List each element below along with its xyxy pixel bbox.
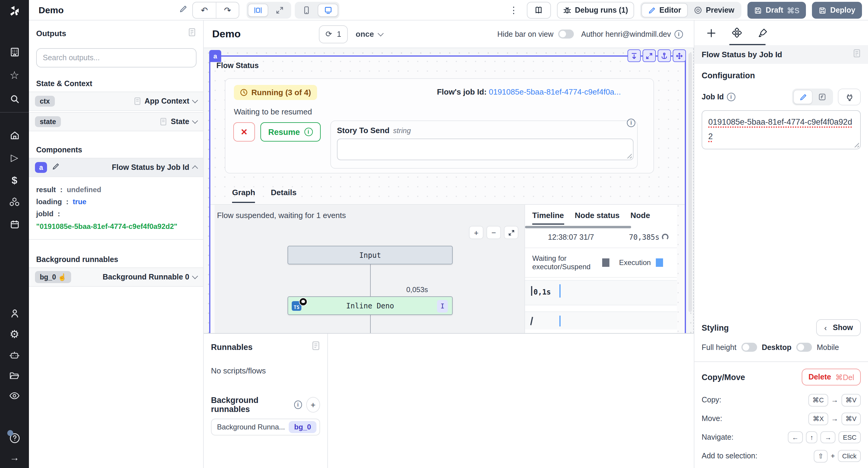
- kbd-arrow-up: ↑: [806, 431, 818, 443]
- centered-layout-button[interactable]: [248, 4, 268, 17]
- component-edit-pencil-icon[interactable]: [52, 163, 60, 172]
- docs-book-button[interactable]: [527, 2, 551, 19]
- mobile-view-button[interactable]: [296, 4, 316, 17]
- windmill-logo-icon[interactable]: [8, 5, 21, 19]
- rename-pencil-icon[interactable]: [179, 5, 187, 16]
- graph-zoom-in-button[interactable]: +: [469, 226, 484, 239]
- component-id-tag[interactable]: a: [209, 50, 221, 62]
- anchor-icon[interactable]: [658, 49, 671, 62]
- runs-play-icon[interactable]: ▷: [0, 153, 29, 163]
- timeline-panel: Timeline Node status Node 12:38:07 31/7 …: [524, 205, 677, 334]
- expand-icon[interactable]: [643, 49, 656, 62]
- folders-icon[interactable]: [0, 371, 29, 381]
- runnables-doc-icon[interactable]: [312, 341, 320, 353]
- graph-fullscreen-button[interactable]: [504, 226, 518, 239]
- resize-handle-icon[interactable]: [627, 154, 632, 158]
- tab-details[interactable]: Details: [271, 188, 297, 203]
- settings-gear-icon[interactable]: ⚙: [0, 329, 29, 340]
- runnables-title: Runnables: [211, 342, 253, 352]
- outputs-doc-icon[interactable]: [188, 28, 196, 38]
- styling-brush-tab[interactable]: [758, 28, 768, 38]
- add-bg-runnable-button[interactable]: +: [306, 397, 320, 412]
- canvas-scrollbar[interactable]: [688, 53, 692, 312]
- full-height-toggle[interactable]: [741, 343, 757, 352]
- chevron-left-icon: ‹: [824, 323, 827, 332]
- help-icon[interactable]: [0, 432, 29, 446]
- story-textarea[interactable]: [337, 138, 633, 160]
- tab-timeline[interactable]: Timeline: [532, 211, 564, 225]
- static-input-pencil-icon[interactable]: [793, 90, 812, 104]
- tabs-scrollbar[interactable]: [525, 226, 631, 228]
- job-id-textarea[interactable]: 0191085e-5baa-81ef-4774-c9ef4f0a92d2: [702, 110, 861, 149]
- refresh-control[interactable]: ⟳1: [319, 25, 348, 43]
- job-id-info-icon[interactable]: i: [727, 93, 735, 101]
- kbd-cmd-v: ⌘V: [841, 412, 861, 425]
- preview-tab[interactable]: Preview: [688, 3, 741, 18]
- favorites-star-icon[interactable]: ☆: [0, 70, 29, 81]
- execution-tick: [559, 315, 560, 327]
- fullwidth-layout-button[interactable]: [270, 4, 290, 17]
- resize-handle-icon[interactable]: [854, 142, 859, 147]
- more-menu-kebab-icon[interactable]: ⋮: [507, 5, 521, 16]
- search-outputs-input[interactable]: [36, 48, 196, 67]
- collapse-arrow-icon[interactable]: →: [0, 453, 29, 463]
- tab-node-def[interactable]: Node: [630, 211, 650, 225]
- schedules-calendar-icon[interactable]: [0, 219, 29, 230]
- refresh-mode-dropdown[interactable]: once: [355, 30, 383, 38]
- chevron-up-icon[interactable]: [192, 165, 198, 171]
- app-canvas[interactable]: a Flow Status Running (3 of: [204, 48, 694, 334]
- desktop-mobile-toggle[interactable]: [796, 343, 812, 352]
- move-icon[interactable]: [673, 49, 686, 62]
- component-settings-tab[interactable]: [732, 28, 742, 38]
- connect-plug-icon[interactable]: [838, 89, 861, 105]
- tab-node-status[interactable]: Node status: [575, 211, 620, 225]
- chevron-down-icon[interactable]: [192, 118, 198, 124]
- draft-save-button[interactable]: Draft⌘S: [748, 2, 806, 19]
- insert-component-tab[interactable]: [707, 28, 716, 38]
- users-icon[interactable]: [0, 308, 29, 319]
- input-mode-segment: [792, 89, 833, 105]
- editor-tab[interactable]: Editor: [641, 3, 688, 18]
- bg-runnable-card[interactable]: Background Runna... bg_0: [211, 419, 320, 435]
- move-down-icon[interactable]: [627, 49, 641, 62]
- flow-status-component[interactable]: a Flow Status Running (3 of: [209, 56, 686, 334]
- component-a-row[interactable]: a Flow Status by Job Id: [29, 158, 203, 177]
- component-doc-icon[interactable]: [853, 49, 861, 60]
- flows-job-id-link[interactable]: 0191085e-5baa-81ef-4774-c9ef4f0a...: [489, 87, 621, 96]
- ctx-row[interactable]: ctx App Context: [29, 92, 203, 111]
- chevron-down-icon[interactable]: [192, 97, 198, 103]
- graph-node-input[interactable]: Input: [287, 246, 453, 264]
- resources-cubes-icon[interactable]: [0, 196, 29, 207]
- desktop-view-button[interactable]: [318, 4, 338, 17]
- delete-component-button[interactable]: Delete⌘Del: [802, 369, 861, 386]
- styling-title: Styling: [702, 323, 729, 332]
- audit-eye-icon[interactable]: [0, 392, 29, 400]
- chevron-down-icon[interactable]: [192, 273, 198, 279]
- search-icon[interactable]: [0, 94, 29, 104]
- redo-button[interactable]: ↷: [216, 2, 239, 18]
- bg0-row[interactable]: bg_0 ☝ Background Runnable 0: [29, 267, 203, 287]
- graph-node-inline-deno[interactable]: TS Inline Deno I: [287, 296, 453, 315]
- tab-graph[interactable]: Graph: [232, 188, 255, 203]
- flow-graph[interactable]: Flow suspended, waiting for 1 events + −…: [215, 205, 524, 334]
- card-info-icon[interactable]: i: [627, 119, 635, 127]
- graph-zoom-out-button[interactable]: −: [487, 226, 501, 239]
- cancel-flow-button[interactable]: ✕: [233, 122, 255, 141]
- eval-input-fx-icon[interactable]: [812, 90, 832, 104]
- debug-runs-button[interactable]: Debug runs (1): [557, 2, 634, 19]
- bg-runnable-name: Background Runna...: [217, 423, 285, 431]
- hide-bar-toggle[interactable]: [558, 30, 574, 38]
- copy-label: Copy:: [702, 396, 721, 404]
- resume-button[interactable]: Resume i: [260, 122, 320, 141]
- kbd-arrow-left: ←: [788, 431, 803, 443]
- undo-button[interactable]: ↶: [193, 2, 216, 18]
- bg-runnables-info-icon[interactable]: i: [294, 401, 302, 409]
- workers-robot-icon[interactable]: [0, 350, 29, 360]
- show-styling-button[interactable]: ‹Show: [816, 319, 861, 336]
- deploy-button[interactable]: Deploy: [812, 2, 862, 19]
- home-icon[interactable]: [0, 130, 29, 140]
- info-icon[interactable]: i: [675, 30, 683, 38]
- state-row[interactable]: state State: [29, 112, 203, 131]
- workspace-icon[interactable]: [0, 47, 29, 57]
- variables-dollar-icon[interactable]: $: [0, 175, 29, 187]
